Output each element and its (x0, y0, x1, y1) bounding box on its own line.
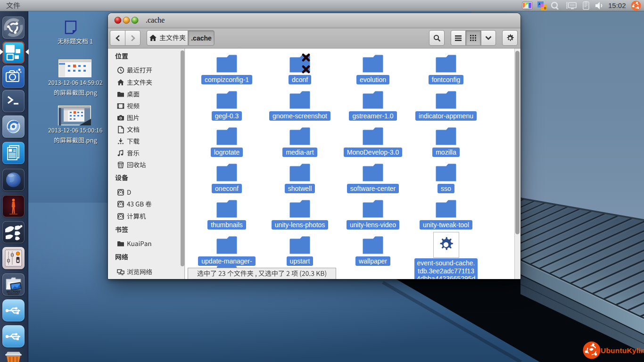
svg-text:B: B (544, 7, 546, 10)
svg-text:MANAGER: MANAGER (8, 293, 19, 296)
